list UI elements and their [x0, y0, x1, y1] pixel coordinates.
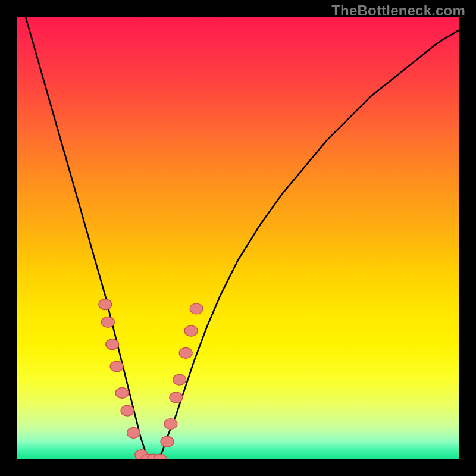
bottleneck-curve — [26, 17, 459, 459]
scatter-point — [110, 361, 123, 372]
scatter-point — [161, 436, 174, 447]
scatter-point — [127, 427, 140, 438]
scatter-point — [106, 339, 119, 350]
scatter-point — [173, 374, 186, 385]
scatter-point — [121, 405, 134, 416]
scatter-point — [170, 392, 183, 403]
scatter-point — [99, 299, 112, 310]
chart-overlay — [17, 17, 459, 459]
scatter-point — [164, 419, 177, 430]
chart-frame — [17, 17, 459, 459]
scatter-point — [190, 303, 203, 314]
scatter-point — [184, 325, 198, 336]
scatter-point — [101, 317, 114, 327]
scatter-point — [179, 347, 192, 358]
scatter-point — [115, 387, 129, 398]
